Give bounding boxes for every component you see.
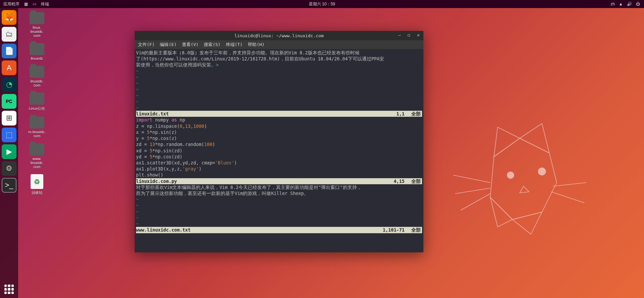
folder-www-linuxidc-com[interactable]: www. linuxidc. com (24, 143, 50, 169)
svg-line-5 (453, 175, 490, 183)
folder-linux-linuxidc-com[interactable]: linux. linuxidc. com (24, 12, 50, 38)
window-icon[interactable]: ▭ (33, 2, 36, 6)
folder-icon (30, 43, 44, 55)
minimize-button[interactable]: — (397, 32, 403, 38)
screenshot-icon[interactable]: ⬚ (2, 128, 16, 142)
folder-linuxidc[interactable]: linuxidc (24, 43, 50, 60)
android-studio-icon[interactable]: ◔ (2, 77, 16, 92)
menu-view[interactable]: 查看(V) (182, 42, 198, 48)
folder-icon (30, 143, 44, 155)
dock: 🦊 🗂 📄 A ◔ PC ⊞ ⬚ ▶ ⚙ >_ (0, 8, 18, 298)
svg-line-7 (461, 194, 490, 210)
svg-marker-0 (520, 123, 549, 153)
close-button[interactable]: ✕ (415, 32, 421, 38)
svg-marker-3 (512, 212, 542, 234)
pycharm-icon[interactable]: PC (2, 94, 16, 109)
applications-menu[interactable]: 应用程序 (3, 1, 19, 7)
svg-marker-1 (494, 127, 520, 157)
svg-line-6 (455, 188, 491, 194)
folder-icon (30, 12, 44, 24)
terminal-menubar: 文件(F) 编辑(E) 查看(V) 搜索(S) 终端(T) 帮助(H) (135, 40, 423, 49)
svg-marker-4 (490, 197, 512, 227)
vim-status-3: www.linuxidc.com.txt1,101-71全部 (136, 227, 422, 233)
tweaks-icon[interactable]: ⊞ (2, 111, 16, 126)
files-icon[interactable]: 🗂 (2, 27, 16, 42)
folder-m-linuxidc-com[interactable]: m.linuxidc. com (24, 116, 50, 138)
network-icon[interactable]: ▲ (619, 2, 623, 6)
maximize-button[interactable]: ◻ (406, 32, 412, 38)
writer-icon[interactable]: 📄 (2, 44, 16, 58)
menu-terminal[interactable]: 终端(T) (226, 42, 242, 48)
folder-icon (30, 93, 44, 105)
vim-status-2: linuxidc.com.py4,15全部 (136, 178, 422, 184)
vim-pane-3-text: 对于那些喜欢Vim文本编辑器的人来说，Vim 8.2今天已经发布了，其主要的新功… (136, 185, 362, 196)
show-applications[interactable] (4, 285, 14, 294)
folder-linuxidc-com[interactable]: linuxidc. com (24, 66, 50, 87)
volume-icon[interactable]: 🔊 (627, 2, 632, 6)
clock[interactable]: 星期六 10：59 (309, 1, 335, 7)
software-icon[interactable]: A (2, 60, 16, 75)
firefox-icon[interactable]: 🦊 (2, 10, 16, 25)
svg-line-9 (551, 192, 585, 203)
terminal-window: linuxidc@linux: ~/www.linuxidc.com — ◻ ✕… (135, 31, 423, 252)
trash[interactable]: ♻回收站 (24, 174, 50, 195)
terminal-icon[interactable]: >_ (2, 178, 16, 193)
menu-file[interactable]: 文件(F) (138, 42, 154, 48)
grid-icon[interactable]: ▦ (24, 2, 28, 6)
trash-icon: ♻ (31, 174, 43, 189)
vim-status-1: linuxidc.txt1,1全部 (136, 111, 422, 117)
folder-linux-gongshe[interactable]: Linux公社 (24, 93, 50, 111)
menu-search[interactable]: 搜索(S) (204, 42, 220, 48)
folder-icon (30, 116, 44, 129)
menu-help[interactable]: 帮助(H) (248, 42, 264, 48)
snap-icon[interactable]: ▶ (2, 144, 16, 159)
window-titlebar[interactable]: linuxidc@linux: ~/www.linuxidc.com — ◻ ✕ (135, 31, 423, 40)
svg-marker-12 (520, 186, 529, 193)
ime-indicator[interactable]: zh (610, 2, 615, 6)
top-panel: 应用程序 ▦ ▭ 终端 星期六 10：59 zh ▲ 🔊 ⏻ (0, 0, 644, 8)
vim-pane-1-text: Vim的最新主要版本（8.0版）发布于三年前，并支持异步功能。现在新的Vim 8… (136, 50, 384, 67)
menu-edit[interactable]: 编辑(E) (160, 42, 176, 48)
terminal-body[interactable]: Vim的最新主要版本（8.0版）发布于三年前，并支持异步功能。现在新的Vim 8… (135, 49, 423, 252)
folder-icon (30, 66, 44, 78)
window-title: linuxidc@linux: ~/www.linuxidc.com (234, 33, 324, 38)
svg-point-10 (538, 168, 546, 175)
svg-point-11 (507, 172, 514, 179)
wallpaper-cat-art (446, 109, 594, 258)
svg-line-8 (553, 183, 586, 186)
power-icon[interactable]: ⏻ (636, 2, 640, 6)
desktop-icons: linux. linuxidc. com linuxidc linuxidc. … (24, 12, 50, 195)
settings-icon[interactable]: ⚙ (2, 161, 16, 176)
terminal-indicator[interactable]: 终端 (41, 1, 49, 7)
